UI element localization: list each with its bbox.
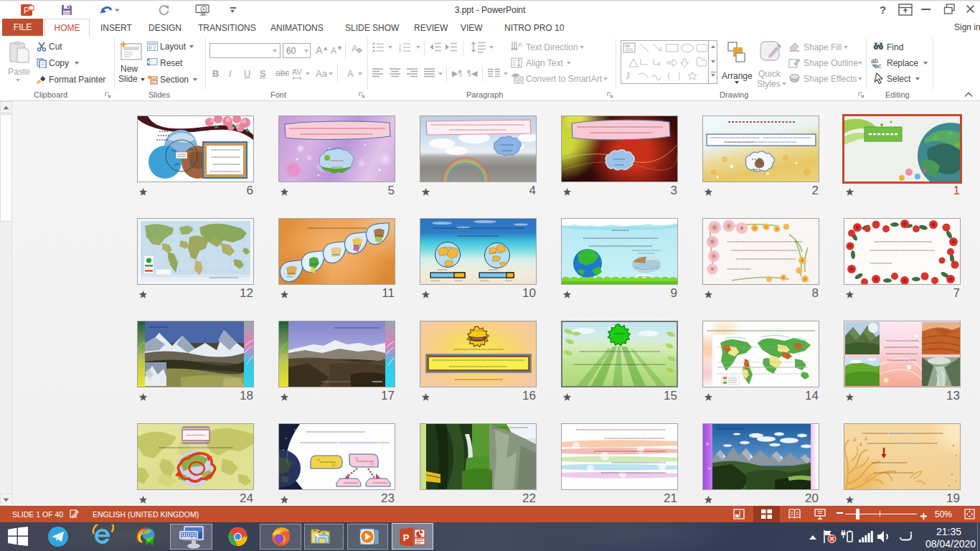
svg-text:3: 3 (399, 49, 401, 52)
svg-text:P: P (403, 532, 410, 543)
svg-text:A: A (518, 41, 522, 48)
svg-text:A: A (352, 43, 358, 54)
